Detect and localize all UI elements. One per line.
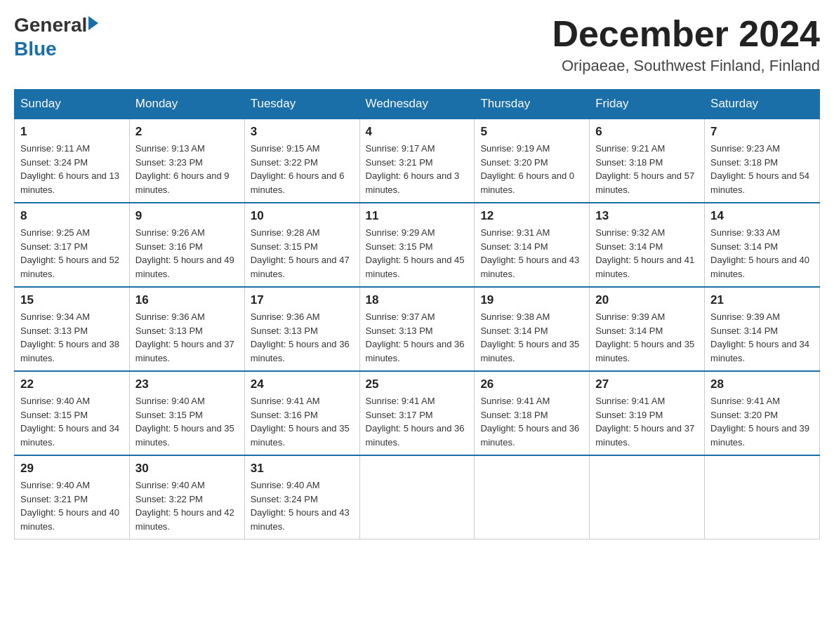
day-number: 14 (710, 209, 814, 223)
day-number: 7 (710, 125, 814, 139)
day-number: 5 (480, 125, 583, 139)
day-number: 16 (135, 293, 239, 307)
logo-blue-text: Blue (14, 38, 57, 60)
day-number: 23 (135, 377, 239, 391)
weekday-header-wednesday: Wednesday (359, 90, 475, 119)
day-number: 15 (20, 293, 124, 307)
day-info: Sunrise: 9:40 AMSunset: 3:15 PMDaylight:… (20, 394, 124, 449)
day-info: Sunrise: 9:36 AMSunset: 3:13 PMDaylight:… (251, 310, 354, 365)
title-section: December 2024 Oripaeae, Southwest Finlan… (552, 14, 820, 75)
day-number: 29 (20, 462, 124, 476)
calendar-cell: 18Sunrise: 9:37 AMSunset: 3:13 PMDayligh… (359, 287, 475, 371)
day-number: 21 (710, 293, 814, 307)
calendar-cell: 12Sunrise: 9:31 AMSunset: 3:14 PMDayligh… (475, 203, 590, 287)
day-info: Sunrise: 9:36 AMSunset: 3:13 PMDaylight:… (135, 310, 239, 365)
calendar-cell: 14Sunrise: 9:33 AMSunset: 3:14 PMDayligh… (705, 203, 820, 287)
calendar-cell: 22Sunrise: 9:40 AMSunset: 3:15 PMDayligh… (15, 371, 130, 455)
logo: General Blue (14, 14, 98, 60)
day-number: 10 (251, 209, 354, 223)
calendar-cell: 20Sunrise: 9:39 AMSunset: 3:14 PMDayligh… (590, 287, 705, 371)
weekday-header-tuesday: Tuesday (244, 90, 359, 119)
location-subtitle: Oripaeae, Southwest Finland, Finland (552, 57, 820, 75)
calendar-cell: 13Sunrise: 9:32 AMSunset: 3:14 PMDayligh… (590, 203, 705, 287)
calendar-cell (359, 455, 475, 539)
day-info: Sunrise: 9:41 AMSunset: 3:17 PMDaylight:… (366, 394, 469, 449)
day-number: 20 (595, 293, 699, 307)
day-info: Sunrise: 9:28 AMSunset: 3:15 PMDaylight:… (251, 226, 354, 281)
calendar-cell: 7Sunrise: 9:23 AMSunset: 3:18 PMDaylight… (705, 119, 820, 203)
day-info: Sunrise: 9:11 AMSunset: 3:24 PMDaylight:… (20, 142, 124, 196)
calendar-cell: 8Sunrise: 9:25 AMSunset: 3:17 PMDaylight… (15, 203, 130, 287)
weekday-header-thursday: Thursday (475, 90, 590, 119)
calendar-cell: 4Sunrise: 9:17 AMSunset: 3:21 PMDaylight… (359, 119, 475, 203)
calendar-cell: 28Sunrise: 9:41 AMSunset: 3:20 PMDayligh… (705, 371, 820, 455)
day-info: Sunrise: 9:39 AMSunset: 3:14 PMDaylight:… (710, 310, 814, 365)
day-number: 12 (480, 209, 583, 223)
day-info: Sunrise: 9:15 AMSunset: 3:22 PMDaylight:… (251, 142, 354, 196)
calendar-cell: 5Sunrise: 9:19 AMSunset: 3:20 PMDaylight… (475, 119, 590, 203)
day-info: Sunrise: 9:13 AMSunset: 3:23 PMDaylight:… (135, 142, 239, 196)
day-info: Sunrise: 9:32 AMSunset: 3:14 PMDaylight:… (595, 226, 699, 281)
day-info: Sunrise: 9:19 AMSunset: 3:20 PMDaylight:… (480, 142, 583, 196)
calendar-cell: 11Sunrise: 9:29 AMSunset: 3:15 PMDayligh… (359, 203, 475, 287)
calendar-cell: 16Sunrise: 9:36 AMSunset: 3:13 PMDayligh… (129, 287, 244, 371)
day-info: Sunrise: 9:25 AMSunset: 3:17 PMDaylight:… (20, 226, 124, 281)
day-number: 8 (20, 209, 124, 223)
day-number: 1 (20, 125, 124, 139)
day-number: 11 (366, 209, 469, 223)
day-number: 6 (595, 125, 699, 139)
day-info: Sunrise: 9:37 AMSunset: 3:13 PMDaylight:… (366, 310, 469, 365)
calendar-cell: 2Sunrise: 9:13 AMSunset: 3:23 PMDaylight… (129, 119, 244, 203)
day-info: Sunrise: 9:34 AMSunset: 3:13 PMDaylight:… (20, 310, 124, 365)
calendar-cell: 29Sunrise: 9:40 AMSunset: 3:21 PMDayligh… (15, 455, 130, 539)
calendar-cell: 27Sunrise: 9:41 AMSunset: 3:19 PMDayligh… (590, 371, 705, 455)
day-info: Sunrise: 9:21 AMSunset: 3:18 PMDaylight:… (595, 142, 699, 196)
calendar-cell: 25Sunrise: 9:41 AMSunset: 3:17 PMDayligh… (359, 371, 475, 455)
day-info: Sunrise: 9:26 AMSunset: 3:16 PMDaylight:… (135, 226, 239, 281)
day-info: Sunrise: 9:33 AMSunset: 3:14 PMDaylight:… (710, 226, 814, 281)
day-info: Sunrise: 9:40 AMSunset: 3:24 PMDaylight:… (251, 478, 354, 533)
day-info: Sunrise: 9:41 AMSunset: 3:20 PMDaylight:… (710, 394, 814, 449)
weekday-header-friday: Friday (590, 90, 705, 119)
weekday-header-sunday: Sunday (15, 90, 130, 119)
calendar-cell (475, 455, 590, 539)
calendar-cell: 6Sunrise: 9:21 AMSunset: 3:18 PMDaylight… (590, 119, 705, 203)
calendar-week-row: 29Sunrise: 9:40 AMSunset: 3:21 PMDayligh… (15, 455, 820, 539)
day-number: 26 (480, 377, 583, 391)
calendar-cell: 31Sunrise: 9:40 AMSunset: 3:24 PMDayligh… (244, 455, 359, 539)
calendar-cell: 9Sunrise: 9:26 AMSunset: 3:16 PMDaylight… (129, 203, 244, 287)
logo-arrow-icon (88, 16, 98, 30)
day-info: Sunrise: 9:41 AMSunset: 3:16 PMDaylight:… (251, 394, 354, 449)
day-info: Sunrise: 9:31 AMSunset: 3:14 PMDaylight:… (480, 226, 583, 281)
day-number: 19 (480, 293, 583, 307)
calendar-cell (705, 455, 820, 539)
day-info: Sunrise: 9:39 AMSunset: 3:14 PMDaylight:… (595, 310, 699, 365)
day-number: 18 (366, 293, 469, 307)
month-title: December 2024 (552, 14, 820, 54)
day-info: Sunrise: 9:41 AMSunset: 3:18 PMDaylight:… (480, 394, 583, 449)
calendar-cell (590, 455, 705, 539)
calendar-week-row: 22Sunrise: 9:40 AMSunset: 3:15 PMDayligh… (15, 371, 820, 455)
calendar-cell: 30Sunrise: 9:40 AMSunset: 3:22 PMDayligh… (129, 455, 244, 539)
day-number: 13 (595, 209, 699, 223)
day-number: 9 (135, 209, 239, 223)
calendar-cell: 10Sunrise: 9:28 AMSunset: 3:15 PMDayligh… (244, 203, 359, 287)
logo-general-text: General (14, 14, 87, 36)
weekday-header-row: SundayMondayTuesdayWednesdayThursdayFrid… (15, 90, 820, 119)
calendar-cell: 3Sunrise: 9:15 AMSunset: 3:22 PMDaylight… (244, 119, 359, 203)
calendar-cell: 1Sunrise: 9:11 AMSunset: 3:24 PMDaylight… (15, 119, 130, 203)
calendar-week-row: 1Sunrise: 9:11 AMSunset: 3:24 PMDaylight… (15, 119, 820, 203)
day-number: 22 (20, 377, 124, 391)
day-number: 2 (135, 125, 239, 139)
day-number: 3 (251, 125, 354, 139)
calendar-cell: 15Sunrise: 9:34 AMSunset: 3:13 PMDayligh… (15, 287, 130, 371)
day-info: Sunrise: 9:38 AMSunset: 3:14 PMDaylight:… (480, 310, 583, 365)
day-info: Sunrise: 9:17 AMSunset: 3:21 PMDaylight:… (366, 142, 469, 196)
day-info: Sunrise: 9:23 AMSunset: 3:18 PMDaylight:… (710, 142, 814, 196)
day-number: 17 (251, 293, 354, 307)
calendar-cell: 26Sunrise: 9:41 AMSunset: 3:18 PMDayligh… (475, 371, 590, 455)
day-number: 27 (595, 377, 699, 391)
calendar-cell: 17Sunrise: 9:36 AMSunset: 3:13 PMDayligh… (244, 287, 359, 371)
calendar-week-row: 15Sunrise: 9:34 AMSunset: 3:13 PMDayligh… (15, 287, 820, 371)
calendar-table: SundayMondayTuesdayWednesdayThursdayFrid… (14, 89, 820, 539)
